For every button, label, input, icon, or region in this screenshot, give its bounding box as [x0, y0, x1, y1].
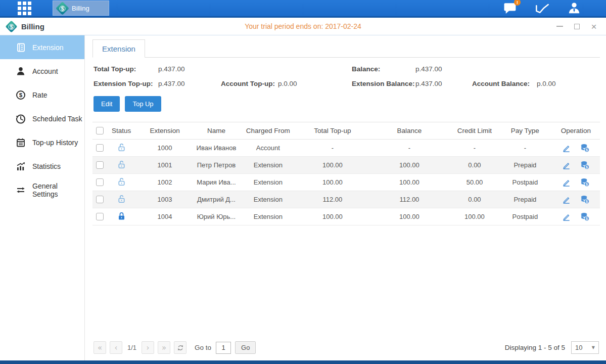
edit-pencil-icon[interactable]: [562, 212, 571, 221]
topup-coins-icon[interactable]: $: [580, 160, 590, 170]
cell-name: Петр Петров: [194, 157, 239, 174]
chevron-down-icon: ▼: [592, 345, 595, 350]
col-pay-type: Pay Type: [498, 122, 551, 140]
cell-credit-limit: 0.00: [451, 191, 498, 208]
sidebar-item-statistics[interactable]: Statistics: [0, 154, 84, 178]
table-row: 1004 Юрий Юрь... Extension 100.00 100.00…: [92, 208, 600, 225]
sidebar-item-extension[interactable]: Extension: [0, 35, 84, 59]
cell-credit-limit: 50.00: [451, 174, 498, 191]
account-balance-value: p.0.00: [537, 80, 600, 87]
trial-notice: Your trial period ends on: 2017-02-24: [0, 22, 606, 30]
svg-text:$: $: [19, 92, 23, 98]
app-tab-billing[interactable]: $ Billing: [53, 1, 109, 16]
cell-pay-type: Postpaid: [498, 208, 551, 225]
top-up-button[interactable]: Top Up: [125, 96, 161, 112]
topup-coins-icon[interactable]: $: [580, 177, 590, 187]
general-settings-icon: [16, 185, 26, 195]
table-row: 1000 Иван Иванов Account - - - - $: [92, 140, 600, 157]
sidebar-item-scheduled-task[interactable]: Scheduled Task: [0, 107, 84, 130]
cell-credit-limit: -: [451, 140, 498, 157]
tab-extension[interactable]: Extension: [92, 39, 145, 58]
cell-total-topup: 112.00: [297, 191, 368, 208]
tab-strip: Extension: [92, 39, 600, 58]
cell-balance: 100.00: [368, 157, 451, 174]
prev-page-button[interactable]: ‹: [110, 341, 122, 354]
go-button[interactable]: Go: [235, 341, 256, 354]
scheduled-task-icon: [16, 114, 26, 124]
extension-topup-label: Extension Top-up:: [94, 80, 158, 87]
lock-open-icon: [117, 143, 126, 152]
refresh-icon: [177, 344, 184, 351]
topup-coins-icon[interactable]: $: [580, 212, 590, 221]
window-controls: ×: [555, 22, 606, 30]
page-indicator: 1/1: [127, 344, 136, 351]
close-icon[interactable]: ×: [590, 22, 598, 30]
edit-button[interactable]: Edit: [94, 96, 120, 112]
row-checkbox[interactable]: [96, 213, 104, 220]
window-title-bar: $ Billing Your trial period ends on: 201…: [0, 18, 606, 35]
table-header-row: Status Extension Name Charged From Total…: [92, 122, 600, 140]
account-topup-value: p.0.00: [278, 80, 352, 87]
cell-name: Дмитрий Д...: [194, 191, 239, 208]
sidebar-item-topup-history[interactable]: Top-up History: [0, 130, 84, 154]
first-page-button[interactable]: «: [94, 341, 106, 354]
maximize-icon[interactable]: [573, 22, 581, 30]
select-all-checkbox[interactable]: [96, 127, 104, 134]
goto-page-input[interactable]: [216, 342, 231, 354]
reports-icon[interactable]: [535, 2, 549, 14]
svg-text:$: $: [586, 200, 588, 204]
cell-charged-from: Extension: [239, 157, 297, 174]
cell-extension: 1004: [136, 208, 193, 225]
cell-balance: 100.00: [368, 208, 451, 225]
cell-credit-limit: 100.00: [451, 208, 498, 225]
page-size-value: 10: [575, 344, 582, 351]
cell-charged-from: Extension: [239, 208, 297, 225]
edit-pencil-icon[interactable]: [562, 177, 571, 187]
topup-coins-icon[interactable]: $: [580, 143, 590, 153]
edit-pencil-icon[interactable]: [562, 160, 571, 170]
billing-window-icon: $: [5, 20, 17, 32]
last-page-button[interactable]: »: [158, 341, 170, 354]
lock-open-icon: [117, 177, 126, 187]
cell-balance: 112.00: [368, 191, 451, 208]
topup-coins-icon[interactable]: $: [580, 195, 590, 204]
cell-pay-type: Postpaid: [498, 174, 551, 191]
cell-pay-type: -: [498, 140, 551, 157]
extension-balance-label: Extension Balance:: [352, 80, 415, 87]
messages-icon[interactable]: !: [503, 2, 517, 14]
page-size-select[interactable]: 10 ▼: [571, 341, 599, 354]
account-balance-label: Account Balance:: [472, 80, 537, 87]
sidebar-item-account[interactable]: Account: [0, 59, 84, 83]
cell-total-topup: 100.00: [297, 208, 368, 225]
svg-text:$: $: [586, 148, 588, 152]
billing-summary: Total Top-up: p.437.00 Balance: p.437.00…: [92, 58, 600, 87]
edit-pencil-icon[interactable]: [562, 195, 571, 204]
next-page-button[interactable]: ›: [142, 341, 154, 354]
content-area: Extension Total Top-up: p.437.00 Balance…: [85, 35, 606, 360]
extension-icon: [16, 42, 26, 53]
sidebar-item-rate[interactable]: $ Rate: [0, 83, 84, 107]
statistics-icon: [16, 161, 26, 171]
user-icon[interactable]: [568, 2, 581, 15]
cell-pay-type: Prepaid: [498, 191, 551, 208]
row-checkbox[interactable]: [96, 144, 104, 152]
pagination-bar: « ‹ 1/1 › » Go to Go Displaying 1 - 5 of…: [92, 341, 600, 360]
row-checkbox[interactable]: [96, 196, 104, 203]
col-total-topup: Total Top-up: [297, 122, 368, 140]
row-checkbox[interactable]: [96, 178, 104, 186]
extension-topup-value: p.437.00: [158, 80, 221, 87]
cell-name: Юрий Юрь...: [194, 208, 239, 225]
sidebar-item-general-settings[interactable]: General Settings: [0, 178, 84, 202]
refresh-button[interactable]: [174, 341, 187, 354]
table-row: 1001 Петр Петров Extension 100.00 100.00…: [92, 157, 600, 174]
minimize-icon[interactable]: [555, 22, 564, 30]
top-bar: $ Billing !: [0, 0, 606, 18]
goto-label: Go to: [195, 344, 211, 351]
edit-pencil-icon[interactable]: [562, 143, 571, 153]
cell-total-topup: 100.00: [297, 174, 368, 191]
col-charged-from: Charged From: [239, 122, 297, 140]
sidebar-item-label: Extension: [32, 43, 63, 52]
extension-balance-value: p.437.00: [415, 80, 472, 87]
row-checkbox[interactable]: [96, 161, 104, 169]
apps-grid-icon[interactable]: [18, 2, 31, 15]
